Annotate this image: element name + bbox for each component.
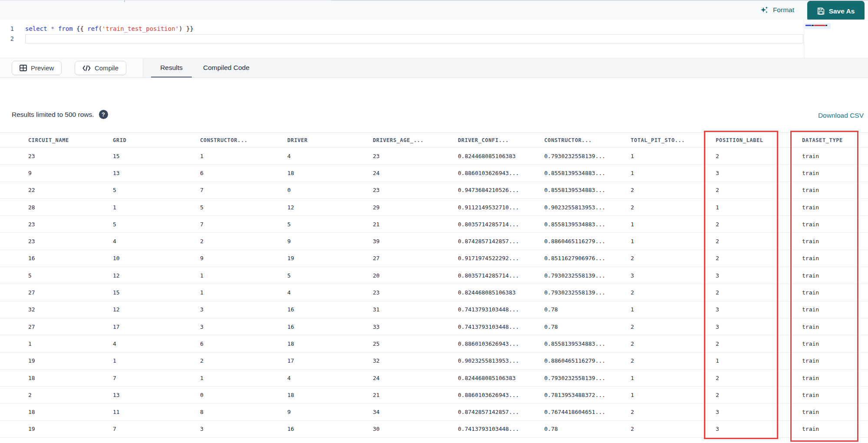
table-cell: 2: [200, 238, 287, 245]
table-row: 231514230.8244680851063830.7930232558139…: [0, 148, 868, 165]
line-number-gutter: 12: [0, 24, 17, 44]
preview-button[interactable]: Preview: [12, 61, 62, 75]
table-cell: 2: [631, 409, 716, 415]
table-cell: 0.7813953488372...: [544, 392, 631, 398]
table-cell: 0.7930232558139...: [544, 289, 631, 296]
query-editor-page: Format Save As 12 select * from {{ ref('…: [0, 0, 868, 443]
table-cell: 29: [373, 204, 458, 211]
table-cell: 32: [373, 357, 458, 364]
table-cell: train: [802, 409, 868, 415]
table-cell: 21: [373, 221, 458, 228]
table-cell: 0.8860103626943...: [458, 170, 544, 176]
table-cell: 1: [631, 306, 716, 313]
column-header: TOTAL_PIT_STO...: [631, 137, 716, 143]
column-header: DRIVER: [287, 137, 373, 143]
code-token: [73, 25, 76, 32]
table-cell: 21: [373, 392, 458, 398]
table-cell: 0.7674418604651...: [544, 409, 631, 415]
table-cell: train: [802, 306, 868, 313]
table-cell: 0.8511627906976...: [544, 255, 631, 261]
table-cell: 1: [716, 357, 802, 364]
table-row: 14618250.8860103626943...0.8558139534883…: [0, 335, 868, 352]
table-cell: 9: [28, 170, 113, 176]
table-row: 913618240.8860103626943...0.855813953488…: [0, 165, 868, 182]
table-cell: train: [802, 392, 868, 398]
code-token: ref: [87, 25, 98, 32]
code-token: (: [99, 25, 102, 32]
table-row: 18714240.8244680851063830.7930232558139.…: [0, 370, 868, 387]
table-cell: 1: [716, 204, 802, 211]
table-cell: 5: [28, 272, 113, 279]
table-cell: 31: [373, 306, 458, 313]
code-token: [183, 25, 186, 32]
table-cell: 10: [113, 255, 200, 261]
column-header: CONSTRUCTOR...: [200, 137, 287, 143]
table-cell: 3: [716, 426, 802, 432]
table-cell: 3: [631, 272, 716, 279]
table-row: 191217320.9023255813953...0.886046511627…: [0, 353, 868, 370]
save-as-button[interactable]: Save As: [807, 1, 865, 21]
tab-compiled-code[interactable]: Compiled Code: [202, 58, 250, 77]
preview-label: Preview: [31, 64, 54, 72]
table-row: 23575210.8035714285714...0.8558139534883…: [0, 216, 868, 233]
table-cell: 5: [200, 204, 287, 211]
table-cell: 28: [28, 204, 113, 211]
sparkles-icon: [760, 6, 769, 15]
table-cell: 0: [287, 187, 373, 193]
table-cell: 19: [28, 357, 113, 364]
results-limit-text: Results limited to 500 rows.: [12, 111, 94, 119]
table-cell: 22: [28, 187, 113, 193]
tab-results[interactable]: Results: [151, 58, 192, 77]
tab-separator-notch: [124, 0, 125, 2]
code-token: ): [179, 25, 182, 32]
download-csv-link[interactable]: Download CSV: [818, 112, 864, 119]
table-cell: 0.824468085106383: [458, 289, 544, 296]
table-row: 197316300.7413793103448...0.7823train: [0, 421, 868, 438]
table-cell: 3: [716, 272, 802, 279]
table-cell: 3: [200, 306, 287, 313]
code-token: {{: [76, 25, 84, 32]
table-cell: 0.7413793103448...: [458, 324, 544, 330]
table-cell: 6: [200, 341, 287, 347]
table-cell: 27: [28, 289, 113, 296]
table-cell: 23: [373, 187, 458, 193]
table-cell: 8: [200, 409, 287, 415]
table-cell: 15: [113, 153, 200, 159]
table-cell: train: [802, 426, 868, 432]
table-cell: 0.8742857142857...: [458, 238, 544, 245]
minimap-code-line: [806, 25, 827, 26]
line-number: 1: [0, 24, 17, 34]
save-as-label: Save As: [829, 7, 855, 15]
table-header-row: CIRCUIT_NAMEGRIDCONSTRUCTOR...DRIVERDRIV…: [0, 132, 868, 148]
table-cell: 2: [631, 187, 716, 193]
table-cell: 2: [716, 221, 802, 228]
table-cell: 0.7413793103448...: [458, 426, 544, 432]
table-cell: 1: [113, 204, 200, 211]
table-cell: 9: [200, 255, 287, 261]
table-cell: 0.824468085106383: [458, 153, 544, 159]
table-cell: 1: [28, 341, 113, 347]
table-cell: 0.8035714285714...: [458, 272, 544, 279]
format-button[interactable]: Format: [760, 3, 794, 17]
help-icon[interactable]: ?: [99, 110, 108, 119]
table-cell: 2: [631, 324, 716, 330]
table-cell: 30: [373, 426, 458, 432]
code-editor[interactable]: 12 select * from {{ ref('train_test_posi…: [0, 20, 868, 58]
editor-minimap[interactable]: [804, 20, 831, 58]
table-cell: 18: [287, 170, 373, 176]
table-grid-icon: [20, 65, 27, 71]
table-cell: train: [802, 375, 868, 381]
table-cell: 1: [631, 153, 716, 159]
table-cell: 4: [113, 238, 200, 245]
table-cell: 23: [373, 153, 458, 159]
compile-button[interactable]: Compile: [75, 61, 126, 75]
table-cell: 4: [113, 341, 200, 347]
table-cell: 0.8860465116279...: [544, 357, 631, 364]
table-cell: 3: [716, 324, 802, 330]
table-row: 271514230.8244680851063830.7930232558139…: [0, 284, 868, 301]
table-cell: 18: [287, 341, 373, 347]
code-token: 'train_test_position': [102, 25, 179, 32]
code-line-1[interactable]: select * from {{ ref('train_test_positio…: [25, 24, 194, 34]
table-row: 2717316330.7413793103448...0.7823train: [0, 318, 868, 335]
table-row: 3212316310.7413793103448...0.7813train: [0, 301, 868, 318]
